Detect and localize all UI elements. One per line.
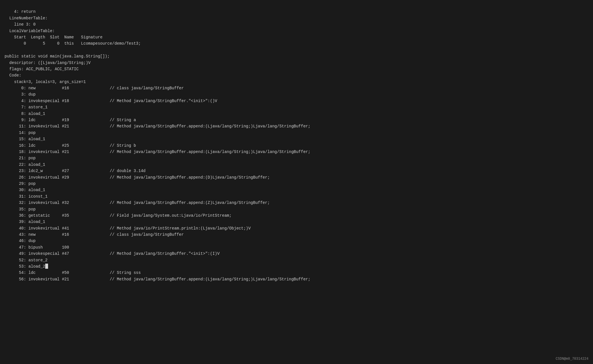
code-line: public static void main(java.lang.String…: [5, 53, 588, 59]
code-line: 40: invokevirtual #41 // Method java/io/…: [5, 225, 588, 231]
code-line: 22: aload_1: [5, 162, 588, 168]
code-line: 21: pop: [5, 155, 588, 161]
code-line: 18: invokevirtual #21 // Method java/lan…: [5, 149, 588, 155]
code-line: 52: astore_2: [5, 257, 588, 263]
text-cursor: [45, 264, 48, 269]
code-line: 15: aload_1: [5, 136, 588, 142]
code-line: 35: pop: [5, 206, 588, 212]
code-line: line 3: 0: [5, 21, 588, 28]
code-line: Code:: [5, 72, 588, 78]
code-line: Start Length Slot Name Signature: [5, 34, 588, 40]
bytecode-output: 4: return LineNumberTable: line 3: 0 Loc…: [0, 0, 593, 285]
code-line: 56: invokevirtual #21 // Method java/lan…: [5, 276, 588, 282]
code-line: 4: invokespecial #18 // Method java/lang…: [5, 98, 588, 104]
code-line: 3: dup: [5, 91, 588, 98]
code-line: 30: aload_1: [5, 187, 588, 193]
code-line: 4: return: [5, 9, 588, 15]
code-line: 16: ldc #25 // String b: [5, 142, 588, 149]
code-line: 26: invokevirtual #29 // Method java/lan…: [5, 174, 588, 181]
code-line: descriptor: ([Ljava/lang/String;)V: [5, 60, 588, 66]
code-line: LineNumberTable:: [5, 15, 588, 21]
code-line: 36: getstatic #35 // Field java/lang/Sys…: [5, 212, 588, 219]
code-line: 8: aload_1: [5, 111, 588, 117]
code-line: 14: pop: [5, 130, 588, 136]
code-line: [5, 47, 588, 53]
code-line: 32: invokevirtual #32 // Method java/lan…: [5, 200, 588, 206]
code-line: 39: aload_1: [5, 219, 588, 225]
code-line: LocalVariableTable:: [5, 28, 588, 34]
code-line: flags: ACC_PUBLIC, ACC_STATIC: [5, 66, 588, 72]
code-line: 23: ldc2_w #27 // double 3.14d: [5, 168, 588, 174]
watermark: CSDN@m0_70314224: [556, 356, 588, 362]
code-line: 9: ldc #19 // String a: [5, 117, 588, 123]
code-line: stack=3, locals=3, args_size=1: [5, 79, 588, 85]
code-line: 49: invokespecial #47 // Method java/lan…: [5, 251, 588, 257]
code-line: 31: iconst_1: [5, 193, 588, 200]
code-line: 46: dup: [5, 238, 588, 244]
code-line: 0 5 0 this Lcomapesource/demo/Test3;: [5, 40, 588, 47]
code-line: 29: pop: [5, 181, 588, 187]
code-line: 7: astore_1: [5, 104, 588, 110]
code-line: 0: new #16 // class java/lang/StringBuff…: [5, 85, 588, 91]
code-line: 53: aload_2: [5, 263, 588, 270]
code-line: 11: invokevirtual #21 // Method java/lan…: [5, 123, 588, 129]
code-line: 54: ldc #50 // String sss: [5, 270, 588, 276]
code-line: 43: new #16 // class java/lang/StringBuf…: [5, 231, 588, 238]
code-line: 47: bipush 100: [5, 244, 588, 251]
